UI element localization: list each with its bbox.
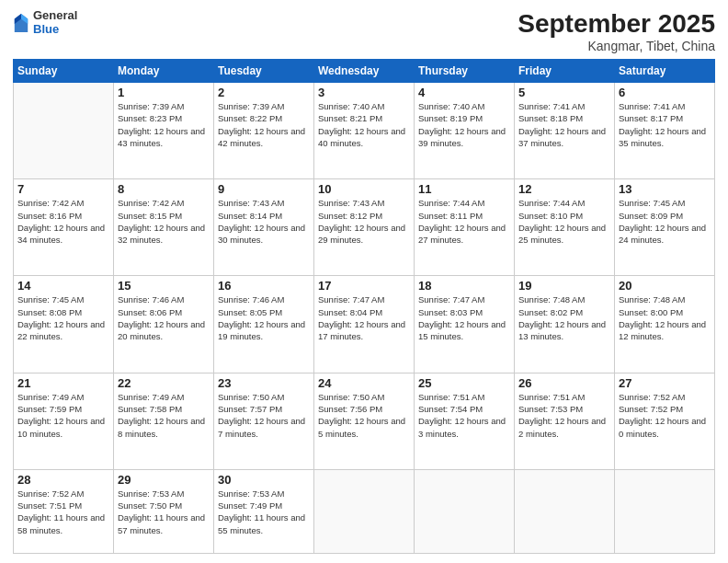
calendar-cell: 18Sunrise: 7:47 AM Sunset: 8:03 PM Dayli… <box>415 276 515 373</box>
day-number: 23 <box>218 376 310 390</box>
day-info: Sunrise: 7:50 AM Sunset: 7:56 PM Dayligh… <box>318 391 410 440</box>
day-number: 3 <box>318 86 410 99</box>
calendar-cell: 13Sunrise: 7:45 AM Sunset: 8:09 PM Dayli… <box>615 179 715 276</box>
calendar-cell: 19Sunrise: 7:48 AM Sunset: 8:02 PM Dayli… <box>515 276 615 373</box>
calendar-cell <box>14 83 114 179</box>
subtitle: Kangmar, Tibet, China <box>518 39 715 53</box>
day-info: Sunrise: 7:50 AM Sunset: 7:57 PM Dayligh… <box>218 391 310 440</box>
day-info: Sunrise: 7:49 AM Sunset: 7:58 PM Dayligh… <box>118 391 210 440</box>
calendar-cell: 7Sunrise: 7:42 AM Sunset: 8:16 PM Daylig… <box>14 179 114 276</box>
day-number: 1 <box>118 86 210 99</box>
calendar-cell: 23Sunrise: 7:50 AM Sunset: 7:57 PM Dayli… <box>214 373 314 469</box>
day-number: 9 <box>218 182 310 196</box>
logo-blue-label: Blue <box>33 23 77 37</box>
calendar-cell: 25Sunrise: 7:51 AM Sunset: 7:54 PM Dayli… <box>415 373 515 469</box>
calendar-row-3: 21Sunrise: 7:49 AM Sunset: 7:59 PM Dayli… <box>14 373 715 469</box>
day-number: 29 <box>118 473 210 487</box>
logo-text: General Blue <box>33 9 77 37</box>
day-info: Sunrise: 7:45 AM Sunset: 8:08 PM Dayligh… <box>17 293 109 342</box>
day-number: 12 <box>518 182 610 196</box>
calendar-cell: 3Sunrise: 7:40 AM Sunset: 8:21 PM Daylig… <box>314 83 415 179</box>
day-info: Sunrise: 7:45 AM Sunset: 8:09 PM Dayligh… <box>619 197 711 246</box>
weekday-header-row: SundayMondayTuesdayWednesdayThursdayFrid… <box>14 60 715 83</box>
calendar-cell: 21Sunrise: 7:49 AM Sunset: 7:59 PM Dayli… <box>14 373 114 469</box>
day-number: 26 <box>518 376 610 390</box>
month-title: September 2025 <box>518 9 715 39</box>
day-number: 11 <box>418 182 510 196</box>
day-info: Sunrise: 7:48 AM Sunset: 8:02 PM Dayligh… <box>518 293 610 342</box>
day-info: Sunrise: 7:40 AM Sunset: 8:19 PM Dayligh… <box>418 100 510 149</box>
calendar-cell <box>415 469 515 553</box>
day-number: 16 <box>218 279 310 293</box>
calendar-cell: 30Sunrise: 7:53 AM Sunset: 7:49 PM Dayli… <box>214 469 314 553</box>
day-number: 19 <box>518 279 610 293</box>
day-info: Sunrise: 7:41 AM Sunset: 8:17 PM Dayligh… <box>619 100 711 149</box>
day-number: 21 <box>17 376 109 390</box>
day-info: Sunrise: 7:53 AM Sunset: 7:49 PM Dayligh… <box>218 488 310 536</box>
day-number: 28 <box>17 473 109 487</box>
logo: General Blue <box>13 9 77 37</box>
day-number: 10 <box>318 182 410 196</box>
day-info: Sunrise: 7:48 AM Sunset: 8:00 PM Dayligh… <box>619 293 711 342</box>
day-number: 27 <box>619 376 711 390</box>
day-info: Sunrise: 7:47 AM Sunset: 8:03 PM Dayligh… <box>418 293 510 342</box>
day-number: 17 <box>318 279 410 293</box>
day-number: 18 <box>418 279 510 293</box>
day-info: Sunrise: 7:51 AM Sunset: 7:54 PM Dayligh… <box>418 391 510 440</box>
logo-general-label: General <box>33 9 77 23</box>
day-info: Sunrise: 7:46 AM Sunset: 8:05 PM Dayligh… <box>218 293 310 342</box>
day-number: 22 <box>118 376 210 390</box>
header: General Blue September 2025 Kangmar, Tib… <box>13 9 715 53</box>
day-info: Sunrise: 7:43 AM Sunset: 8:12 PM Dayligh… <box>318 197 410 246</box>
weekday-header-wednesday: Wednesday <box>314 60 415 83</box>
calendar-cell: 22Sunrise: 7:49 AM Sunset: 7:58 PM Dayli… <box>114 373 214 469</box>
day-info: Sunrise: 7:39 AM Sunset: 8:23 PM Dayligh… <box>118 100 210 149</box>
day-number: 5 <box>518 86 610 99</box>
calendar-cell: 4Sunrise: 7:40 AM Sunset: 8:19 PM Daylig… <box>415 83 515 179</box>
calendar-cell: 10Sunrise: 7:43 AM Sunset: 8:12 PM Dayli… <box>314 179 415 276</box>
day-info: Sunrise: 7:49 AM Sunset: 7:59 PM Dayligh… <box>17 391 109 440</box>
calendar-cell: 14Sunrise: 7:45 AM Sunset: 8:08 PM Dayli… <box>14 276 114 373</box>
calendar-cell: 6Sunrise: 7:41 AM Sunset: 8:17 PM Daylig… <box>615 83 715 179</box>
calendar-row-0: 1Sunrise: 7:39 AM Sunset: 8:23 PM Daylig… <box>14 83 715 179</box>
calendar-cell: 12Sunrise: 7:44 AM Sunset: 8:10 PM Dayli… <box>515 179 615 276</box>
title-block: September 2025 Kangmar, Tibet, China <box>518 9 715 53</box>
day-info: Sunrise: 7:51 AM Sunset: 7:53 PM Dayligh… <box>518 391 610 440</box>
day-info: Sunrise: 7:53 AM Sunset: 7:50 PM Dayligh… <box>118 488 210 536</box>
calendar-cell: 26Sunrise: 7:51 AM Sunset: 7:53 PM Dayli… <box>515 373 615 469</box>
day-info: Sunrise: 7:44 AM Sunset: 8:10 PM Dayligh… <box>518 197 610 246</box>
calendar-cell: 9Sunrise: 7:43 AM Sunset: 8:14 PM Daylig… <box>214 179 314 276</box>
day-info: Sunrise: 7:42 AM Sunset: 8:15 PM Dayligh… <box>118 197 210 246</box>
calendar-cell: 24Sunrise: 7:50 AM Sunset: 7:56 PM Dayli… <box>314 373 415 469</box>
weekday-header-friday: Friday <box>515 60 615 83</box>
day-info: Sunrise: 7:47 AM Sunset: 8:04 PM Dayligh… <box>318 293 410 342</box>
day-info: Sunrise: 7:42 AM Sunset: 8:16 PM Dayligh… <box>17 197 109 246</box>
calendar-cell: 29Sunrise: 7:53 AM Sunset: 7:50 PM Dayli… <box>114 469 214 553</box>
day-number: 13 <box>619 182 711 196</box>
day-number: 2 <box>218 86 310 99</box>
calendar-row-2: 14Sunrise: 7:45 AM Sunset: 8:08 PM Dayli… <box>14 276 715 373</box>
calendar-cell: 28Sunrise: 7:52 AM Sunset: 7:51 PM Dayli… <box>14 469 114 553</box>
logo-icon <box>13 12 29 34</box>
calendar-row-4: 28Sunrise: 7:52 AM Sunset: 7:51 PM Dayli… <box>14 469 715 553</box>
calendar-cell <box>615 469 715 553</box>
day-info: Sunrise: 7:39 AM Sunset: 8:22 PM Dayligh… <box>218 100 310 149</box>
weekday-header-thursday: Thursday <box>415 60 515 83</box>
calendar-cell: 15Sunrise: 7:46 AM Sunset: 8:06 PM Dayli… <box>114 276 214 373</box>
day-number: 14 <box>17 279 109 293</box>
day-number: 4 <box>418 86 510 99</box>
weekday-header-monday: Monday <box>114 60 214 83</box>
calendar-cell: 17Sunrise: 7:47 AM Sunset: 8:04 PM Dayli… <box>314 276 415 373</box>
calendar-cell <box>515 469 615 553</box>
calendar-table: SundayMondayTuesdayWednesdayThursdayFrid… <box>13 59 715 554</box>
calendar-cell: 20Sunrise: 7:48 AM Sunset: 8:00 PM Dayli… <box>615 276 715 373</box>
day-number: 6 <box>619 86 711 99</box>
calendar-cell: 2Sunrise: 7:39 AM Sunset: 8:22 PM Daylig… <box>214 83 314 179</box>
calendar-cell: 16Sunrise: 7:46 AM Sunset: 8:05 PM Dayli… <box>214 276 314 373</box>
day-number: 30 <box>218 473 310 487</box>
calendar-row-1: 7Sunrise: 7:42 AM Sunset: 8:16 PM Daylig… <box>14 179 715 276</box>
weekday-header-sunday: Sunday <box>14 60 114 83</box>
day-number: 20 <box>619 279 711 293</box>
day-number: 8 <box>118 182 210 196</box>
calendar-cell: 27Sunrise: 7:52 AM Sunset: 7:52 PM Dayli… <box>615 373 715 469</box>
